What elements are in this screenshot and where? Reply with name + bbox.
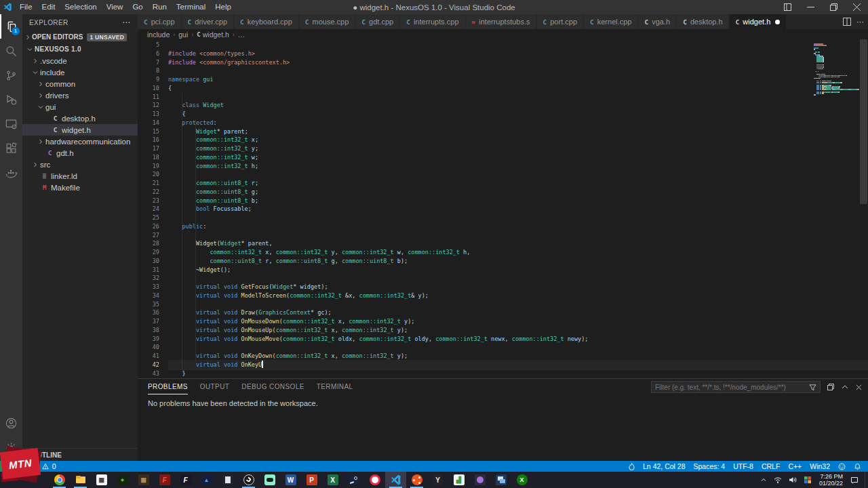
panel-tab-debug-console[interactable]: DEBUG CONSOLE [241, 379, 304, 394]
run-debug-icon[interactable] [0, 87, 22, 112]
code-editor[interactable]: 5678910111213141516171819202122232425262… [138, 39, 868, 378]
menu-file[interactable]: File [15, 0, 37, 14]
menu-selection[interactable]: Selection [60, 0, 101, 14]
restore-icon[interactable] [822, 0, 845, 14]
docker-icon[interactable] [0, 161, 22, 185]
taskbar-fl-app-icon[interactable]: F [175, 472, 196, 488]
status-ln-42-col-28[interactable]: Ln 42, Col 28 [639, 461, 689, 472]
status-win32[interactable]: Win32 [806, 461, 834, 472]
taskbar-store-icon[interactable]: ▦ [91, 472, 112, 488]
folder-gui[interactable]: gui [22, 101, 138, 113]
taskbar-file-explorer-icon[interactable] [70, 472, 91, 488]
filter-icon[interactable] [809, 384, 816, 391]
taskbar-flash-app-icon[interactable]: F [154, 472, 175, 488]
feedback-icon[interactable] [834, 461, 850, 472]
flame-icon[interactable] [625, 461, 639, 472]
status-utf-8[interactable]: UTF-8 [729, 461, 757, 472]
tab-keyboard.cpp[interactable]: Ckeyboard.cpp [234, 14, 299, 29]
taskbar-navy-app-icon[interactable]: ▲ [196, 472, 217, 488]
taskbar-grid-app-icon[interactable]: ▦ [133, 472, 154, 488]
notifications-icon[interactable] [847, 472, 862, 488]
taskbar-excel-icon[interactable]: X [322, 472, 343, 488]
taskbar-remote-desktop-icon[interactable] [490, 472, 511, 488]
panel-tab-problems[interactable]: PROBLEMS [148, 379, 188, 394]
close-panel-icon[interactable] [855, 384, 863, 391]
folder-nexusos-1.0[interactable]: NEXUSOS 1.0 [22, 43, 138, 55]
explorer-icon[interactable]: 1 [0, 14, 22, 39]
tab-interrupts.cpp[interactable]: Cinterrupts.cpp [400, 14, 465, 29]
filter-input[interactable] [655, 384, 809, 391]
taskbar-clock[interactable]: 7:26 PM 01/20/22 [815, 473, 847, 487]
breadcrumb-item[interactable]: include [147, 30, 170, 39]
taskbar-ubuntu-icon[interactable] [406, 472, 427, 488]
taskbar-plant-app-icon[interactable]: ⌖ [112, 472, 133, 488]
collapse-panel-icon[interactable] [827, 383, 835, 391]
panel-tab-output[interactable]: OUTPUT [200, 379, 230, 394]
account-icon[interactable] [0, 411, 22, 435]
taskbar-chrome-icon[interactable] [49, 472, 70, 488]
outline-section[interactable]: OUTLINE [22, 448, 138, 461]
tab-port.cpp[interactable]: Cport.cpp [537, 14, 584, 29]
file-gdt.h[interactable]: Cgdt.h [22, 147, 138, 159]
menu-go[interactable]: Go [127, 0, 147, 14]
menu-view[interactable]: View [102, 0, 128, 14]
folder-.vscode[interactable]: .vscode [22, 55, 138, 66]
folder-hardwarecommunication[interactable]: hardwarecommunication [22, 136, 138, 147]
taskbar-chart-app-icon[interactable]: ▟ [448, 472, 469, 488]
tab-desktop.h[interactable]: Cdesktop.h [677, 14, 729, 29]
taskbar-powerpoint-icon[interactable]: P [301, 472, 322, 488]
status-spaces-4[interactable]: Spaces: 4 [690, 461, 730, 472]
problems-filter[interactable] [651, 381, 821, 393]
settings-icon[interactable] [0, 435, 22, 460]
show-desktop-button[interactable] [865, 472, 868, 488]
remote-indicator[interactable]: >< [0, 461, 18, 472]
folder-common[interactable]: common [22, 78, 138, 89]
tab-interruptstubs.s[interactable]: ≈interruptstubs.s [466, 14, 537, 29]
taskbar-xbox-icon[interactable]: X [511, 472, 532, 488]
status-problems[interactable]: 00 [18, 461, 64, 472]
taskbar-doc-app-icon[interactable] [217, 472, 238, 488]
tray-expand-icon[interactable] [757, 472, 770, 488]
menu-run[interactable]: Run [148, 0, 172, 14]
breadcrumb-item[interactable]: widget.h [203, 30, 229, 39]
tab-widget.h[interactable]: Cwidget.h [730, 14, 787, 29]
taskbar-y-app-icon[interactable]: Y [427, 472, 448, 488]
maximize-panel-icon[interactable] [841, 383, 849, 391]
taskbar-word-icon[interactable]: W [280, 472, 301, 488]
tab-pci.cpp[interactable]: Cpci.cpp [138, 14, 182, 29]
taskbar-vscode-icon[interactable] [385, 472, 406, 488]
remote-explorer-icon[interactable] [0, 112, 22, 136]
search-icon[interactable] [0, 39, 22, 63]
menu-edit[interactable]: Edit [37, 0, 60, 14]
layout-icon[interactable] [776, 0, 799, 14]
file-makefile[interactable]: MMakefile [22, 182, 138, 193]
taskbar-obs-icon[interactable] [238, 472, 259, 488]
tab-driver.cpp[interactable]: Cdriver.cpp [182, 14, 234, 29]
tab-gdt.cpp[interactable]: Cgdt.cpp [355, 14, 400, 29]
taskbar-game-bar-icon[interactable] [259, 472, 280, 488]
tab-vga.h[interactable]: Cvga.h [639, 14, 677, 29]
bell-icon[interactable] [850, 461, 865, 472]
taskbar-github-desktop-icon[interactable] [469, 472, 490, 488]
folder-drivers[interactable]: drivers [22, 89, 138, 101]
status-crlf[interactable]: CRLF [757, 461, 784, 472]
file-desktop.h[interactable]: Cdesktop.h [22, 113, 138, 124]
minimap[interactable] [814, 42, 859, 96]
editor-scrollbar[interactable] [859, 39, 868, 378]
open-editors-section[interactable]: OPEN EDITORS 1 UNSAVED [22, 30, 138, 43]
tab-kernel.cpp[interactable]: Ckernel.cpp [584, 14, 639, 29]
taskbar-red-circle-app-icon[interactable] [364, 472, 385, 488]
wifi-icon[interactable] [770, 472, 785, 488]
breadcrumb-item[interactable]: … [238, 30, 245, 39]
volume-icon[interactable] [785, 472, 800, 488]
tab-mouse.cpp[interactable]: Cmouse.cpp [299, 14, 356, 29]
file-linker.ld[interactable]: ≣linker.ld [22, 170, 138, 182]
folder-src[interactable]: src [22, 159, 138, 170]
split-editor-icon[interactable] [843, 18, 851, 26]
file-widget.h[interactable]: Cwidget.h [22, 124, 138, 136]
panel-tab-terminal[interactable]: TERMINAL [317, 379, 353, 394]
taskbar-steam-icon[interactable] [343, 472, 364, 488]
source-control-icon[interactable] [0, 63, 22, 87]
modified-dot-icon[interactable] [775, 20, 780, 24]
folder-include[interactable]: include [22, 66, 138, 78]
